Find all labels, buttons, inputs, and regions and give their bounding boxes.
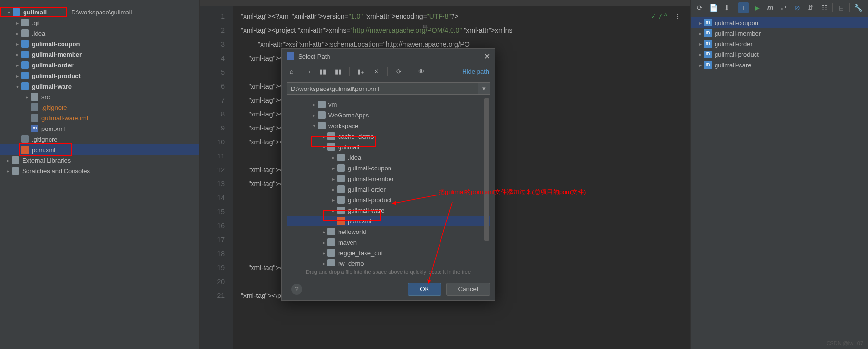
tree-item-gulimall-ware[interactable]: ▾gulimall-ware: [0, 81, 199, 91]
help-icon[interactable]: ?: [291, 284, 302, 295]
reload-icon[interactable]: ⟳: [694, 2, 705, 13]
dlg-tree-item-maven[interactable]: ▸maven: [287, 237, 490, 247]
root-path: D:\workspace\gulimall: [71, 9, 132, 16]
chevron-down-icon: ▾: [5, 10, 13, 15]
m-icon[interactable]: m: [765, 2, 776, 13]
chevron-icon: ▸: [320, 250, 327, 256]
tree-item-gulimall-member[interactable]: ▸gulimall-member: [0, 49, 199, 60]
item-label: gulimall-order: [32, 62, 74, 69]
dlg-tree-item-vm[interactable]: ▸vm: [287, 99, 490, 110]
settings-icon[interactable]: 🔧: [853, 2, 863, 13]
editor-tabs[interactable]: [200, 0, 690, 6]
desktop-icon[interactable]: ▭: [303, 67, 312, 76]
item-icon: [318, 122, 326, 129]
item-icon: [337, 154, 345, 161]
dlg-tree-item-rw-demo[interactable]: ▸rw_demo: [287, 258, 490, 266]
tree-item-pom-xml[interactable]: pom.xml: [0, 144, 199, 155]
tree-item-gulimall-product[interactable]: ▸gulimall-product: [0, 70, 199, 81]
maven-projects-list[interactable]: ▸mgulimall-coupon▸mgulimall-member▸mguli…: [691, 15, 868, 72]
maven-item-gulimall-order[interactable]: ▸mgulimall-order: [691, 39, 868, 49]
delete-icon[interactable]: ✕: [372, 67, 380, 76]
maven-item-gulimall-ware[interactable]: ▸mgulimall-ware: [691, 60, 868, 70]
tree-item-pom-xml[interactable]: mpom.xml: [0, 123, 199, 134]
dlg-tree-item-gulimall[interactable]: ▾gulimall: [287, 142, 490, 152]
new-folder-icon[interactable]: ▮₊: [356, 67, 365, 76]
item-label: .idea: [348, 154, 361, 161]
skip-tests-icon[interactable]: ⊘: [792, 2, 803, 13]
path-dropdown-icon[interactable]: ▾: [478, 82, 490, 95]
tree-item-gulimall-ware-iml[interactable]: gulimall-ware.iml: [0, 113, 199, 123]
maven-panel: ⟳ 📄 ⬇ + ▶ m ⇄ ⊘ ⇵ ☷ ⊟ 🔧 ▸mgulimall-coupo…: [690, 0, 868, 349]
cancel-button[interactable]: Cancel: [446, 283, 491, 296]
maven-module-icon: m: [704, 51, 712, 58]
item-label: gulimall-coupon: [715, 19, 758, 26]
maven-module-icon: m: [704, 40, 712, 48]
add-icon[interactable]: +: [738, 2, 749, 13]
dependencies-icon[interactable]: ☷: [819, 2, 830, 13]
generate-sources-icon[interactable]: 📄: [708, 2, 718, 13]
download-icon[interactable]: ⬇: [721, 2, 732, 13]
scrollbar[interactable]: [484, 98, 490, 266]
chevron-icon: ▸: [23, 94, 31, 100]
item-icon: [21, 72, 29, 79]
project-dir-icon[interactable]: ▮▮: [318, 67, 327, 76]
root-label: gulimall: [23, 9, 47, 16]
run-icon[interactable]: ▶: [752, 2, 762, 13]
tree-item--idea[interactable]: ▸.idea: [0, 28, 199, 39]
path-input[interactable]: [287, 82, 478, 95]
maven-item-gulimall-member[interactable]: ▸mgulimall-member: [691, 28, 868, 39]
inspection-widget[interactable]: ✓ 7 ^ ⋮: [651, 13, 680, 20]
chevron-icon: ▸: [320, 261, 327, 266]
tree-item-gulimall-order[interactable]: ▸gulimall-order: [0, 60, 199, 70]
close-icon[interactable]: ✕: [484, 52, 490, 61]
item-icon: [21, 29, 29, 37]
dlg-tree-item-pom-xml[interactable]: pom.xml: [287, 216, 490, 226]
chevron-icon: ▸: [320, 229, 327, 234]
refresh-icon[interactable]: ⟳: [394, 67, 403, 76]
toggle-icon[interactable]: ⇄: [779, 2, 789, 13]
module-dir-icon[interactable]: ▮▮: [334, 67, 342, 76]
chevron-icon: ▸: [329, 176, 337, 181]
select-path-dialog: Select Path ✕ ⌂ ▭ ▮▮ ▮▮ ▮₊ ✕ ⟳ 👁 Hide pa…: [281, 48, 495, 301]
dlg-tree-item-reggie-take-out[interactable]: ▸reggie_take_out: [287, 247, 490, 258]
project-tree[interactable]: ▾ gulimall D:\workspace\gulimall ▸.git▸.…: [0, 6, 199, 177]
dialog-file-tree[interactable]: ▸vm▸WeGameApps▾workspace▸cache_demo▾guli…: [287, 98, 490, 266]
tree-item-external-libraries[interactable]: ▸External Libraries: [0, 155, 199, 166]
dlg-tree-item-gulimall-order[interactable]: ▸gulimall-order: [287, 184, 490, 194]
tree-item-src[interactable]: ▸src: [0, 91, 199, 102]
hide-path-link[interactable]: Hide path: [462, 68, 489, 75]
dlg-tree-item-gulimall-product[interactable]: ▸gulimall-product: [287, 194, 490, 205]
item-label: .idea: [32, 30, 45, 37]
tree-item-scratches-and-consoles[interactable]: ▸Scratches and Consoles: [0, 166, 199, 176]
chevron-icon: ▸: [13, 52, 21, 57]
show-hidden-icon[interactable]: 👁: [417, 67, 426, 76]
dlg-tree-item--idea[interactable]: ▸.idea: [287, 152, 490, 163]
maven-item-gulimall-coupon[interactable]: ▸mgulimall-coupon: [691, 17, 868, 28]
maven-item-gulimall-product[interactable]: ▸mgulimall-product: [691, 49, 868, 60]
item-icon: [21, 51, 29, 58]
maven-module-icon: m: [704, 19, 712, 26]
item-icon: [337, 196, 345, 204]
collapse-icon[interactable]: ⊟: [836, 2, 846, 13]
dlg-tree-item-gulimall-member[interactable]: ▸gulimall-member: [287, 173, 490, 184]
tree-item--gitignore[interactable]: .gitignore: [0, 134, 199, 144]
item-label: gulimall-order: [715, 40, 753, 48]
item-icon: [327, 249, 335, 257]
tree-item-gulimall-coupon[interactable]: ▸gulimall-coupon: [0, 39, 199, 49]
dlg-tree-item-helloworld[interactable]: ▸helloworld: [287, 226, 490, 237]
dlg-tree-item-gulimall-coupon[interactable]: ▸gulimall-coupon: [287, 163, 490, 173]
chevron-icon: ▸: [13, 63, 21, 68]
dlg-tree-item-wegameapps[interactable]: ▸WeGameApps: [287, 110, 490, 120]
chevron-icon: ▸: [696, 41, 704, 47]
dlg-tree-item-workspace[interactable]: ▾workspace: [287, 120, 490, 131]
item-label: gulimall-ware: [715, 62, 752, 69]
home-icon[interactable]: ⌂: [288, 67, 296, 76]
tree-item--gitignore[interactable]: .gitignore: [0, 102, 199, 113]
item-icon: [318, 111, 326, 119]
chevron-icon: ▸: [329, 187, 337, 192]
offline-icon[interactable]: ⇵: [805, 2, 816, 13]
chevron-icon: ▸: [696, 52, 704, 57]
dlg-tree-item-gulimall-ware[interactable]: ▸gulimall-ware: [287, 205, 490, 216]
tree-item--git[interactable]: ▸.git: [0, 17, 199, 28]
ok-button[interactable]: OK: [408, 283, 441, 296]
